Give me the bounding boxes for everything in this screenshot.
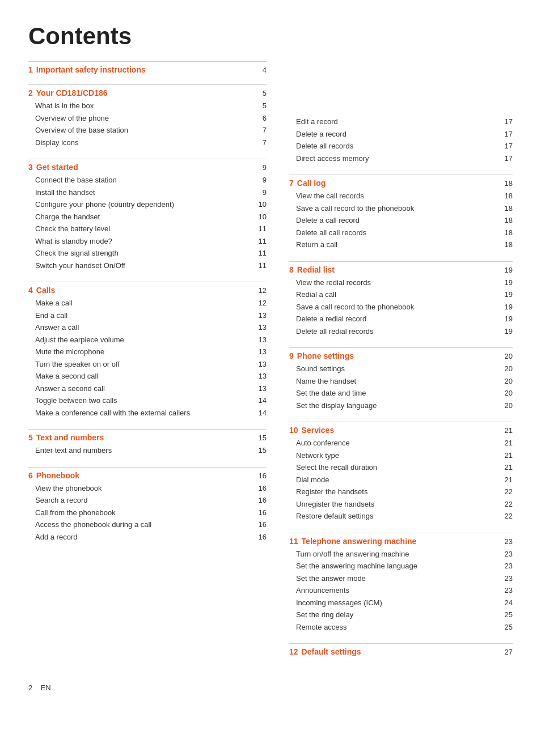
toc-item-page: 19 (505, 277, 513, 288)
section-num-7: 7 (289, 179, 294, 188)
toc-item-page: 16 (259, 519, 267, 530)
toc-row: End a call13 (28, 309, 267, 322)
toc-item-page: 23 (505, 560, 513, 572)
toc-item-page: 20 (505, 388, 513, 399)
toc-item-text: Direct access memory (296, 153, 369, 164)
section-header-9: 9Phone settings20 (289, 347, 513, 360)
toc-row: Overview of the phone6 (28, 112, 267, 125)
toc-item-page: 11 (259, 223, 267, 235)
toc-row: Charge the handset10 (28, 211, 267, 223)
toc-row: Enter text and numbers15 (28, 444, 267, 457)
toc-item-page: 25 (505, 609, 513, 621)
toc-item-page: 13 (259, 359, 267, 370)
section-page-8: 19 (505, 266, 513, 274)
toc-item-text: Incoming messages (ICM) (296, 597, 382, 609)
toc-row: Connect the base station9 (28, 174, 267, 186)
toc-item-page: 13 (259, 310, 267, 321)
toc-item-text: Return a call (296, 239, 337, 250)
toc-item-page: 7 (263, 125, 267, 136)
toc-row: Delete a redial record19 (289, 313, 513, 325)
footer-lang: EN (41, 683, 51, 692)
toc-item-page: 16 (259, 483, 267, 494)
toc-item-text: Check the battery level (35, 223, 110, 235)
toc-row: Restore default settings22 (289, 510, 513, 523)
page-title: Contents (28, 23, 513, 50)
toc-row: Name the handset20 (289, 375, 513, 388)
toc-item-text: View the redial records (296, 277, 371, 288)
section-page-4: 12 (259, 286, 267, 295)
toc-item-text: Register the handsets (296, 486, 367, 498)
toc-item-page: 17 (505, 129, 513, 140)
section-title-4: Calls (36, 286, 55, 295)
toc-item-text: Connect the base station (35, 175, 117, 186)
section-num-10: 10 (289, 426, 298, 435)
toc-row: Direct access memory17 (289, 152, 513, 165)
toc-item-page: 20 (505, 400, 513, 411)
section-header-4: 4Calls12 (28, 282, 267, 295)
section-num-12: 12 (289, 647, 298, 656)
section-title-10: Services (302, 426, 335, 435)
toc-item-text: Delete all call records (296, 227, 366, 239)
section-title-5: Text and numbers (36, 433, 104, 442)
toc-item-page: 14 (259, 395, 267, 406)
section-header-1: 1Important safety instructions4 (28, 61, 267, 74)
section-page-5: 15 (259, 434, 267, 442)
toc-row: Call from the phonebook16 (28, 507, 267, 519)
toc-row: Adjust the earpiece volume13 (28, 334, 267, 346)
toc-row: Delete a call record18 (289, 214, 513, 227)
toc-item-text: Redial a call (296, 289, 336, 300)
toc-row: Unregister the handsets22 (289, 498, 513, 511)
section-page-10: 21 (505, 426, 513, 435)
toc-row: Auto conference21 (289, 437, 513, 449)
toc-item-text: View the call records (296, 190, 364, 202)
toc-item-text: Make a call (35, 298, 73, 309)
section-header-8: 8Redial list19 (289, 261, 513, 274)
toc-item-page: 9 (263, 187, 267, 198)
toc-item-page: 18 (505, 239, 513, 250)
toc-item-page: 21 (505, 474, 513, 486)
toc-item-text: Delete all redial records (296, 326, 374, 337)
toc-row: View the redial records19 (289, 277, 513, 289)
toc-row: Make a second call13 (28, 370, 267, 383)
toc-item-text: Display icons (35, 137, 79, 148)
section-header-6: 6Phonebook16 (28, 467, 267, 480)
section-num-5: 5 (28, 433, 33, 442)
section-page-11: 23 (505, 537, 513, 546)
section-12: 12Default settings27 (289, 643, 513, 656)
toc-item-page: 25 (505, 622, 513, 633)
toc-item-text: Enter text and numbers (35, 445, 112, 456)
toc-row: Delete all call records18 (289, 227, 513, 239)
toc-row: Save a call record to the phonebook19 (289, 301, 513, 313)
toc-row: Edit a record17 (289, 116, 513, 128)
toc-item-text: Set the ring delay (296, 609, 353, 621)
toc-item-text: Switch your handset On/Off (35, 260, 125, 271)
toc-item-text: Name the handset (296, 376, 356, 387)
toc-item-text: Delete all records (296, 141, 353, 152)
toc-item-page: 11 (259, 260, 267, 271)
toc-row: Add a record16 (28, 531, 267, 543)
toc-item-text: Add a record (35, 532, 77, 543)
toc-item-text: Make a conference call with the external… (35, 407, 190, 419)
toc-row: Switch your handset On/Off11 (28, 260, 267, 272)
toc-item-page: 11 (259, 236, 267, 247)
section-num-8: 8 (289, 265, 294, 274)
section-title-1: Important safety instructions (36, 65, 146, 74)
section-page-1: 4 (263, 66, 267, 74)
toc-item-text: Search a record (35, 495, 88, 506)
toc-item-page: 14 (259, 407, 267, 419)
toc-item-page: 18 (505, 203, 513, 214)
toc-row: What is standby mode?11 (28, 235, 267, 248)
toc-row: Make a conference call with the external… (28, 407, 267, 419)
toc-item-text: Turn the speaker on or off (35, 359, 120, 370)
toc-item-page: 21 (505, 462, 513, 473)
toc-item-page: 13 (259, 322, 267, 333)
toc-item-page: 13 (259, 371, 267, 382)
toc-row: Network type21 (289, 449, 513, 462)
section-title-7: Call log (297, 179, 326, 188)
toc-row: Check the signal strength11 (28, 247, 267, 260)
toc-item-page: 18 (505, 190, 513, 202)
toc-item-text: Configure your phone (country dependent) (35, 199, 174, 210)
toc-item-text: What is standby mode? (35, 236, 112, 247)
right-column: Edit a record17Delete a record17Delete a… (289, 61, 513, 666)
toc-row: Set the display language20 (289, 400, 513, 412)
